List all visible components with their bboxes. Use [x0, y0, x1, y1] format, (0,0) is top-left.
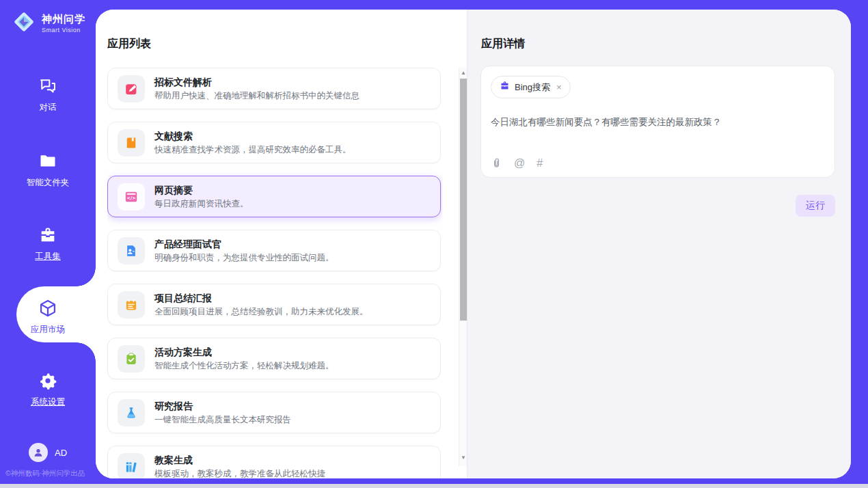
run-button[interactable]: 运行: [796, 195, 835, 217]
books-icon: [118, 453, 145, 479]
app-name: 产品经理面试官: [154, 238, 334, 251]
app-list-title: 应用列表: [107, 37, 151, 51]
sidebar-item-label: 系统设置: [0, 396, 96, 408]
close-icon[interactable]: ×: [556, 82, 562, 92]
app-name: 项目总结汇报: [154, 292, 368, 305]
gear-icon: [38, 371, 57, 390]
clipboard-check-icon: [118, 345, 145, 372]
attachment-icon[interactable]: [491, 157, 502, 169]
app-card-3[interactable]: </>网页摘要每日政府新闻资讯快查。: [107, 176, 441, 217]
avatar[interactable]: [29, 443, 48, 462]
app-name: 文献搜索: [154, 130, 351, 143]
mention-icon[interactable]: @: [514, 158, 525, 169]
app-desc: 模板驱动，教案秒成，教学准备从此轻松快捷: [154, 468, 325, 479]
briefcase-icon: [500, 81, 510, 94]
app-name: 招标文件解析: [154, 76, 360, 89]
book-icon: [118, 129, 145, 157]
scrollbar[interactable]: ▲ ▼: [459, 68, 467, 466]
edit-square-icon: [118, 75, 145, 103]
app-name: 教案生成: [154, 454, 325, 467]
flask-icon: [118, 399, 145, 426]
toolbox-icon: [38, 226, 57, 245]
app-name: 网页摘要: [154, 184, 249, 197]
scrollbar-thumb[interactable]: [460, 79, 467, 321]
copyright-footer: ©神州数码·神州问学出品: [5, 469, 94, 478]
app-desc: 帮助用户快速、准确地理解和解析招标书中的关键信息: [154, 90, 360, 102]
prompt-toolbar: @#: [491, 157, 825, 169]
sidebar-item-label: 对话: [0, 102, 96, 113]
sidebar-item-1[interactable]: 对话: [0, 77, 96, 113]
user-row[interactable]: AD: [0, 443, 96, 462]
app-card-4[interactable]: 产品经理面试官明确身份和职责，为您提供专业性的面试问题。: [107, 230, 441, 271]
app-card-8[interactable]: 教案生成模板驱动，教案秒成，教学准备从此轻松快捷: [107, 446, 441, 478]
chat-icon: [38, 77, 57, 96]
app-desc: 快速精准查找学术资源，提高研究效率的必备工具。: [154, 144, 351, 156]
app-card-6[interactable]: 活动方案生成智能生成个性化活动方案，轻松解决规划难题。: [107, 338, 441, 379]
app-card-7[interactable]: 研究报告一键智能生成高质量长文本研究报告: [107, 392, 441, 433]
cube-icon: [38, 299, 57, 318]
browser-code-icon: </>: [118, 183, 145, 211]
app-detail-panel: 应用详情 Bing搜索 × 今日湖北有哪些新闻要点？有哪些需要关注的最新政策？ …: [467, 10, 851, 478]
sidebar-item-2[interactable]: 智能文件夹: [0, 152, 96, 189]
interviewer-icon: [118, 237, 145, 265]
sidebar-item-label: 智能文件夹: [0, 177, 96, 189]
app-detail-title: 应用详情: [481, 37, 525, 51]
calendar-report-icon: [118, 291, 145, 318]
app-desc: 每日政府新闻资讯快查。: [154, 198, 249, 210]
app-name: 活动方案生成: [154, 346, 334, 359]
app-desc: 明确身份和职责，为您提供专业性的面试问题。: [154, 252, 334, 264]
window-bottom-edge: [0, 484, 868, 488]
folder-icon: [38, 152, 57, 171]
diamond-logo-icon: [11, 9, 37, 38]
app-card-5[interactable]: 项目总结汇报全面回顾项目进展，总结经验教训，助力未来优化发展。: [107, 284, 441, 325]
prompt-input[interactable]: 今日湖北有哪些新闻要点？有哪些需要关注的最新政策？: [491, 116, 825, 157]
app-desc: 一键智能生成高质量长文本研究报告: [154, 414, 291, 426]
tool-tag-label: Bing搜索: [515, 81, 550, 94]
brand-logo: 神州问学 Smart Vision: [11, 9, 85, 38]
sidebar-item-4[interactable]: 应用市场: [0, 299, 96, 336]
app-desc: 智能生成个性化活动方案，轻松解决规划难题。: [154, 360, 334, 372]
sidebar-item-label: 应用市场: [0, 324, 96, 336]
sidebar-item-5[interactable]: 系统设置: [0, 371, 96, 408]
sidebar: 神州问学 Smart Vision 对话智能文件夹工具集应用市场系统设置 AD …: [0, 0, 96, 484]
brand-subtitle: Smart Vision: [42, 27, 85, 33]
brand-name: 神州问学: [42, 13, 85, 26]
sidebar-item-3[interactable]: 工具集: [0, 226, 96, 262]
app-card-1[interactable]: 招标文件解析帮助用户快速、准确地理解和解析招标书中的关键信息: [107, 68, 441, 109]
app-list: 招标文件解析帮助用户快速、准确地理解和解析招标书中的关键信息文献搜索快速精准查找…: [107, 68, 442, 478]
tool-tag-bing[interactable]: Bing搜索 ×: [491, 76, 571, 98]
sidebar-item-label: 工具集: [0, 251, 96, 262]
scroll-up-icon[interactable]: ▲: [461, 70, 466, 76]
user-initials: AD: [55, 448, 67, 458]
app-desc: 全面回顾项目进展，总结经验教训，助力未来优化发展。: [154, 306, 368, 318]
content-area: 应用列表 招标文件解析帮助用户快速、准确地理解和解析招标书中的关键信息文献搜索快…: [96, 10, 851, 478]
app-list-panel: 应用列表 招标文件解析帮助用户快速、准确地理解和解析招标书中的关键信息文献搜索快…: [96, 10, 467, 478]
app-card-2[interactable]: 文献搜索快速精准查找学术资源，提高研究效率的必备工具。: [107, 122, 441, 163]
prompt-card: Bing搜索 × 今日湖北有哪些新闻要点？有哪些需要关注的最新政策？ @#: [480, 66, 835, 178]
svg-text:</>: </>: [126, 195, 135, 201]
scroll-down-icon[interactable]: ▼: [461, 455, 466, 461]
app-name: 研究报告: [154, 400, 291, 413]
hash-icon[interactable]: #: [537, 158, 543, 169]
